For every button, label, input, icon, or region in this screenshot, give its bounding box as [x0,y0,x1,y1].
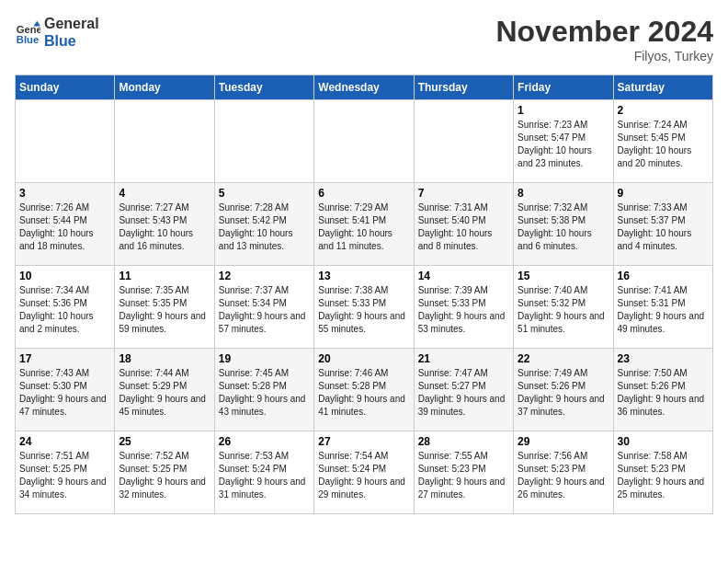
day-number: 18 [119,352,210,365]
calendar-cell: 23Sunrise: 7:50 AM Sunset: 5:26 PM Dayli… [613,349,712,431]
calendar-cell: 30Sunrise: 7:58 AM Sunset: 5:23 PM Dayli… [613,431,712,514]
day-number: 13 [318,270,409,282]
calendar-cell: 19Sunrise: 7:45 AM Sunset: 5:28 PM Dayli… [214,349,313,431]
day-number: 8 [518,187,609,200]
logo-icon: General Blue [15,19,40,45]
day-info: Sunrise: 7:23 AM Sunset: 5:47 PM Dayligh… [518,119,609,170]
calendar-cell [314,100,414,183]
day-info: Sunrise: 7:35 AM Sunset: 5:35 PM Dayligh… [119,284,210,336]
location: Filyos, Turkey [495,49,713,63]
calendar-cell [414,100,513,183]
day-number: 2 [618,104,709,117]
day-info: Sunrise: 7:43 AM Sunset: 5:30 PM Dayligh… [19,367,110,419]
calendar-body: 1Sunrise: 7:23 AM Sunset: 5:47 PM Daylig… [16,100,713,514]
weekday-header-monday: Monday [115,75,214,100]
day-number: 14 [418,270,509,282]
day-number: 12 [219,270,310,282]
day-number: 11 [119,270,210,282]
day-info: Sunrise: 7:24 AM Sunset: 5:45 PM Dayligh… [618,119,709,170]
calendar-cell: 7Sunrise: 7:31 AM Sunset: 5:40 PM Daylig… [414,183,513,266]
day-info: Sunrise: 7:31 AM Sunset: 5:40 PM Dayligh… [418,201,509,253]
calendar-cell: 8Sunrise: 7:32 AM Sunset: 5:38 PM Daylig… [514,183,613,266]
weekday-header-wednesday: Wednesday [314,75,414,100]
calendar-cell: 22Sunrise: 7:49 AM Sunset: 5:26 PM Dayli… [514,349,613,431]
day-number: 19 [219,352,310,365]
calendar-cell: 26Sunrise: 7:53 AM Sunset: 5:24 PM Dayli… [214,431,313,514]
day-number: 9 [618,187,709,200]
day-number: 28 [418,435,509,448]
calendar-table: SundayMondayTuesdayWednesdayThursdayFrid… [15,75,713,514]
week-row-1: 1Sunrise: 7:23 AM Sunset: 5:47 PM Daylig… [16,100,713,183]
day-info: Sunrise: 7:26 AM Sunset: 5:44 PM Dayligh… [19,201,110,253]
calendar-cell: 27Sunrise: 7:54 AM Sunset: 5:24 PM Dayli… [314,431,414,514]
day-number: 6 [318,187,409,200]
day-number: 20 [318,352,409,365]
day-info: Sunrise: 7:27 AM Sunset: 5:43 PM Dayligh… [119,201,210,253]
day-info: Sunrise: 7:50 AM Sunset: 5:26 PM Dayligh… [618,367,709,419]
logo-blue: Blue [44,32,99,50]
page-header: General Blue General Blue November 2024 … [15,15,713,63]
day-info: Sunrise: 7:53 AM Sunset: 5:24 PM Dayligh… [219,450,310,501]
week-row-3: 10Sunrise: 7:34 AM Sunset: 5:36 PM Dayli… [16,266,713,349]
day-info: Sunrise: 7:52 AM Sunset: 5:25 PM Dayligh… [119,450,210,501]
calendar-cell: 1Sunrise: 7:23 AM Sunset: 5:47 PM Daylig… [514,100,613,183]
month-title: November 2024 [495,15,713,49]
day-number: 15 [518,270,609,282]
week-row-4: 17Sunrise: 7:43 AM Sunset: 5:30 PM Dayli… [16,349,713,431]
calendar-cell: 28Sunrise: 7:55 AM Sunset: 5:23 PM Dayli… [414,431,513,514]
calendar-cell: 5Sunrise: 7:28 AM Sunset: 5:42 PM Daylig… [214,183,313,266]
weekday-header-row: SundayMondayTuesdayWednesdayThursdayFrid… [16,75,713,100]
calendar-cell: 14Sunrise: 7:39 AM Sunset: 5:33 PM Dayli… [414,266,513,349]
day-number: 7 [418,187,509,200]
day-number: 25 [119,435,210,448]
calendar-cell: 25Sunrise: 7:52 AM Sunset: 5:25 PM Dayli… [115,431,214,514]
day-info: Sunrise: 7:33 AM Sunset: 5:37 PM Dayligh… [618,201,709,253]
calendar-cell: 17Sunrise: 7:43 AM Sunset: 5:30 PM Dayli… [16,349,115,431]
day-info: Sunrise: 7:38 AM Sunset: 5:33 PM Dayligh… [318,284,409,336]
day-number: 30 [618,435,709,448]
day-info: Sunrise: 7:56 AM Sunset: 5:23 PM Dayligh… [518,450,609,501]
weekday-header-saturday: Saturday [613,75,712,100]
day-info: Sunrise: 7:32 AM Sunset: 5:38 PM Dayligh… [518,201,609,253]
title-block: November 2024 Filyos, Turkey [495,15,713,63]
day-number: 29 [518,435,609,448]
calendar-cell: 9Sunrise: 7:33 AM Sunset: 5:37 PM Daylig… [613,183,712,266]
logo: General Blue General Blue [15,15,99,50]
calendar-cell: 13Sunrise: 7:38 AM Sunset: 5:33 PM Dayli… [314,266,414,349]
day-number: 10 [19,270,110,282]
day-info: Sunrise: 7:46 AM Sunset: 5:28 PM Dayligh… [318,367,409,419]
calendar-cell: 3Sunrise: 7:26 AM Sunset: 5:44 PM Daylig… [16,183,115,266]
day-info: Sunrise: 7:41 AM Sunset: 5:31 PM Dayligh… [618,284,709,336]
day-number: 21 [418,352,509,365]
calendar-cell: 24Sunrise: 7:51 AM Sunset: 5:25 PM Dayli… [16,431,115,514]
weekday-header-thursday: Thursday [414,75,513,100]
day-info: Sunrise: 7:47 AM Sunset: 5:27 PM Dayligh… [418,367,509,419]
calendar-cell: 2Sunrise: 7:24 AM Sunset: 5:45 PM Daylig… [613,100,712,183]
calendar-cell: 20Sunrise: 7:46 AM Sunset: 5:28 PM Dayli… [314,349,414,431]
calendar-cell: 21Sunrise: 7:47 AM Sunset: 5:27 PM Dayli… [414,349,513,431]
week-row-5: 24Sunrise: 7:51 AM Sunset: 5:25 PM Dayli… [16,431,713,514]
svg-text:Blue: Blue [17,34,39,45]
day-info: Sunrise: 7:49 AM Sunset: 5:26 PM Dayligh… [518,367,609,419]
calendar-cell [16,100,115,183]
day-info: Sunrise: 7:37 AM Sunset: 5:34 PM Dayligh… [219,284,310,336]
day-number: 16 [618,270,709,282]
day-number: 1 [518,104,609,117]
day-info: Sunrise: 7:34 AM Sunset: 5:36 PM Dayligh… [19,284,110,336]
calendar-cell: 12Sunrise: 7:37 AM Sunset: 5:34 PM Dayli… [214,266,313,349]
calendar-cell: 29Sunrise: 7:56 AM Sunset: 5:23 PM Dayli… [514,431,613,514]
day-number: 3 [19,187,110,200]
day-number: 4 [119,187,210,200]
day-info: Sunrise: 7:28 AM Sunset: 5:42 PM Dayligh… [219,201,310,253]
day-info: Sunrise: 7:40 AM Sunset: 5:32 PM Dayligh… [518,284,609,336]
weekday-header-friday: Friday [514,75,613,100]
day-info: Sunrise: 7:58 AM Sunset: 5:23 PM Dayligh… [618,450,709,501]
calendar-cell [214,100,313,183]
calendar-cell [115,100,214,183]
week-row-2: 3Sunrise: 7:26 AM Sunset: 5:44 PM Daylig… [16,183,713,266]
day-info: Sunrise: 7:29 AM Sunset: 5:41 PM Dayligh… [318,201,409,253]
day-info: Sunrise: 7:44 AM Sunset: 5:29 PM Dayligh… [119,367,210,419]
calendar-cell: 15Sunrise: 7:40 AM Sunset: 5:32 PM Dayli… [514,266,613,349]
calendar-cell: 11Sunrise: 7:35 AM Sunset: 5:35 PM Dayli… [115,266,214,349]
weekday-header-sunday: Sunday [16,75,115,100]
